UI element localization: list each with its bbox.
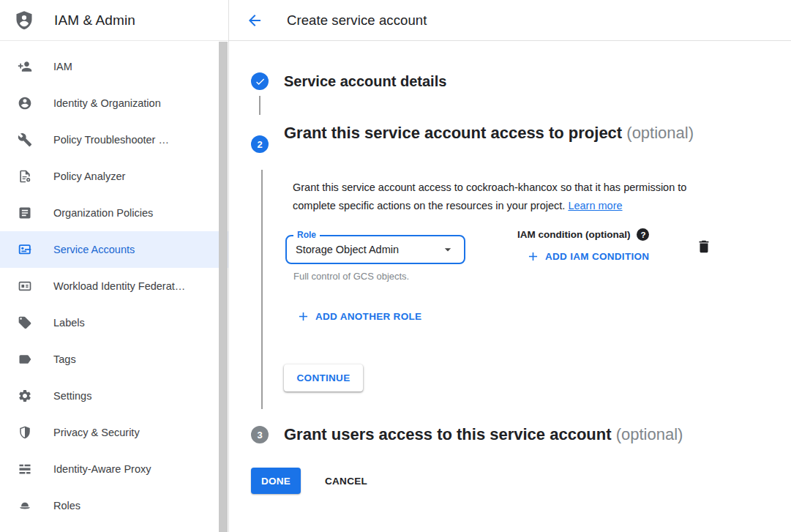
- sidebar-item-label: Workload Identity Federat…: [53, 280, 185, 292]
- iam-admin-shield-icon: [14, 10, 34, 31]
- step3-number-circle: 3: [251, 426, 269, 443]
- sidebar-item-label: Policy Troubleshooter …: [53, 134, 169, 146]
- step2-title: Grant this service account access to pro…: [284, 124, 622, 142]
- iam-condition-block: IAM condition (optional) ? ADD IAM CONDI…: [517, 228, 649, 263]
- step2-number-circle: 2: [251, 135, 269, 153]
- learn-more-link[interactable]: Learn more: [568, 200, 622, 211]
- add-another-role-label: ADD ANOTHER ROLE: [315, 311, 421, 322]
- done-button[interactable]: DONE: [251, 468, 301, 494]
- step2-optional-label: (optional): [622, 124, 694, 142]
- page-title: Create service account: [287, 12, 427, 29]
- arrow-back-icon: [246, 12, 263, 29]
- check-icon: [255, 76, 266, 87]
- delete-role-button[interactable]: [696, 239, 712, 255]
- sidebar-item-label: Policy Analyzer: [53, 171, 125, 182]
- role-dropdown[interactable]: Role Storage Object Admin: [285, 235, 465, 264]
- iam-condition-label: IAM condition (optional): [517, 229, 630, 240]
- step3-title: Grant users access to this service accou…: [284, 425, 612, 443]
- sidebar-item-label: Identity-Aware Proxy: [53, 463, 151, 475]
- sidebar-item-label: Identity & Organization: [53, 97, 161, 109]
- help-icon[interactable]: ?: [637, 228, 649, 241]
- label-tag-icon: [18, 315, 32, 330]
- sidebar: IAM & Admin IAM Identity & Organization …: [0, 0, 229, 532]
- sidebar-item-organization-policies[interactable]: Organization Policies: [0, 195, 228, 231]
- main-panel: Create service account Service account d…: [229, 0, 791, 532]
- sidebar-item-workload-identity-federation[interactable]: Workload Identity Federat…: [0, 268, 228, 304]
- sidebar-item-label: Labels: [53, 317, 85, 329]
- form-actions: DONE CANCEL: [251, 468, 367, 494]
- sidebar-nav: IAM Identity & Organization Policy Troub…: [0, 41, 228, 524]
- sidebar-item-policy-analyzer[interactable]: Policy Analyzer: [0, 158, 228, 195]
- role-field-label: Role: [293, 230, 320, 240]
- step3-heading: Grant users access to this service accou…: [284, 425, 683, 444]
- person-add-icon: [18, 59, 32, 74]
- sidebar-item-privacy-security[interactable]: Privacy & Security: [0, 414, 228, 451]
- sidebar-title: IAM & Admin: [54, 12, 135, 29]
- step2-heading: Grant this service account access to pro…: [284, 121, 708, 145]
- step3-optional-label: (optional): [612, 425, 683, 443]
- sidebar-item-settings[interactable]: Settings: [0, 378, 228, 414]
- trash-icon: [696, 239, 712, 255]
- sidebar-item-labels[interactable]: Labels: [0, 304, 228, 341]
- sidebar-item-label: Settings: [53, 390, 91, 402]
- wizard-body: Service account details 2 Grant this ser…: [229, 41, 791, 532]
- sidebar-item-identity-aware-proxy[interactable]: Identity-Aware Proxy: [0, 451, 228, 487]
- document-gear-icon: [18, 169, 32, 184]
- sidebar-item-iam[interactable]: IAM: [0, 48, 228, 85]
- role-helper-text: Full control of GCS objects.: [293, 271, 409, 282]
- step2-vertical-rule: [261, 170, 263, 409]
- identity-person-icon: [18, 96, 32, 110]
- plus-icon: [296, 310, 310, 323]
- step-connector-line: [259, 96, 260, 115]
- add-another-role-button[interactable]: ADD ANOTHER ROLE: [296, 310, 421, 323]
- service-account-icon: [18, 242, 32, 257]
- id-card-icon: [18, 279, 32, 293]
- step2-description: Grant this service account access to coc…: [293, 179, 726, 215]
- tag-icon: [18, 352, 32, 367]
- dropdown-caret-icon: [441, 242, 455, 257]
- back-button[interactable]: [246, 12, 263, 29]
- sidebar-item-label: IAM: [53, 61, 72, 72]
- sidebar-item-label: Service Accounts: [53, 244, 135, 255]
- sidebar-header: IAM & Admin: [0, 0, 228, 41]
- sidebar-item-service-accounts[interactable]: Service Accounts: [0, 231, 228, 268]
- sidebar-item-label: Tags: [53, 353, 76, 365]
- plus-icon: [526, 250, 540, 263]
- step1-check-circle-icon: [251, 72, 269, 90]
- shield-icon: [18, 425, 32, 440]
- proxy-icon: [18, 462, 32, 476]
- gear-icon: [18, 389, 32, 403]
- sidebar-item-policy-troubleshooter[interactable]: Policy Troubleshooter …: [0, 121, 228, 158]
- wrench-icon: [18, 132, 32, 147]
- sidebar-item-label: Organization Policies: [53, 207, 153, 219]
- iam-condition-label-row: IAM condition (optional) ?: [517, 228, 649, 241]
- sidebar-item-label: Roles: [53, 500, 80, 512]
- sidebar-item-tags[interactable]: Tags: [0, 341, 228, 378]
- add-iam-condition-label: ADD IAM CONDITION: [545, 251, 649, 262]
- sidebar-item-roles[interactable]: Roles: [0, 487, 228, 524]
- continue-button[interactable]: CONTINUE: [284, 364, 363, 391]
- sidebar-item-identity-organization[interactable]: Identity & Organization: [0, 85, 228, 121]
- step1-title: Service account details: [284, 73, 446, 90]
- role-selected-value: Storage Object Admin: [296, 244, 441, 255]
- step3-row: 3 Grant users access to this service acc…: [251, 425, 683, 444]
- step1-row: Service account details: [251, 72, 446, 90]
- add-iam-condition-button[interactable]: ADD IAM CONDITION: [526, 250, 649, 263]
- step2-description-text: Grant this service account access to coc…: [293, 181, 686, 211]
- document-lines-icon: [18, 206, 32, 220]
- sidebar-item-label: Privacy & Security: [53, 427, 140, 438]
- page-header: Create service account: [229, 0, 791, 41]
- sidebar-scrollbar[interactable]: [219, 42, 228, 532]
- hat-icon: [18, 498, 32, 513]
- cancel-button[interactable]: CANCEL: [325, 476, 367, 487]
